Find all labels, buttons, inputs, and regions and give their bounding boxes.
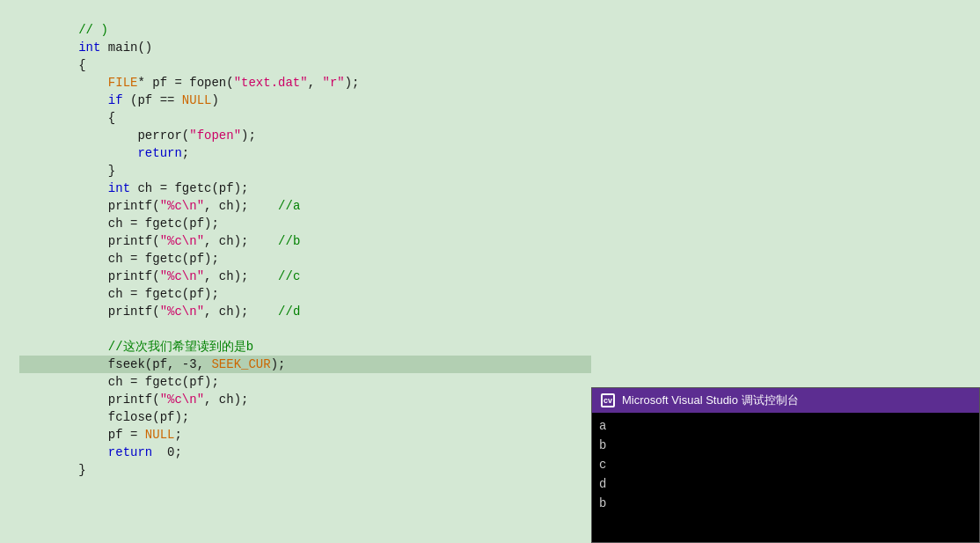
token-null: NULL (182, 93, 212, 107)
token: printf( (78, 234, 159, 248)
code-line-19: //这次我们希望读到的是b (19, 320, 591, 338)
token: fclose(pf); (78, 410, 189, 424)
token: ch = fgetc(pf); (78, 252, 219, 266)
token-keyword: int (78, 40, 100, 55)
token: ch = fgetc(pf); (78, 216, 219, 231)
token: fseek(pf, -3, (78, 357, 211, 371)
token-str: "%c\n" (160, 393, 204, 407)
token: ch = fgetc(pf); (78, 375, 219, 389)
token-keyword: int (108, 181, 130, 195)
token: ch = fgetc(pf); (130, 181, 248, 195)
token: ); (241, 128, 256, 143)
token-str: "fopen" (189, 128, 241, 143)
token: ); (271, 357, 286, 371)
debug-output-b: b (599, 436, 972, 455)
token: 0; (152, 445, 182, 459)
code-line-1: // ) (19, 4, 591, 21)
token: (pf == (123, 93, 182, 107)
token-str: "%c\n" (160, 234, 204, 248)
token: , (308, 76, 323, 90)
token: } (78, 463, 85, 477)
token: ; (182, 146, 189, 160)
token (78, 146, 137, 160)
token: , ch); (204, 269, 278, 283)
token-str: "%c\n" (160, 305, 204, 319)
token: printf( (78, 305, 159, 319)
vs-icon: cv (601, 393, 615, 407)
token (78, 93, 108, 107)
token-cmt: //d (278, 305, 300, 319)
token-str: "text.dat" (234, 76, 308, 90)
token: ); (345, 76, 360, 90)
token: { (78, 111, 115, 125)
token: ch = fgetc(pf); (78, 287, 219, 301)
token: { (78, 58, 85, 72)
token-cmt: //这次我们希望读到的是b (78, 340, 253, 354)
token: , ch); (204, 234, 278, 248)
token-cmt: //a (278, 199, 300, 213)
debug-title-bar: cv Microsoft Visual Studio 调试控制台 (592, 388, 979, 413)
debug-title: Microsoft Visual Studio 调试控制台 (622, 393, 799, 408)
token-cmt: //c (278, 269, 300, 283)
debug-output-c: c (599, 455, 972, 474)
token-cmt: //b (278, 234, 300, 248)
token: perror( (78, 128, 189, 143)
debug-output-d: d (599, 474, 972, 494)
token: } (78, 164, 115, 178)
token: * pf = fopen( (137, 76, 233, 90)
token-keyword: return (137, 146, 181, 160)
token-null: NULL (145, 428, 175, 442)
token-str: "%c\n" (160, 199, 204, 213)
token-type: FILE (108, 76, 138, 90)
editor-area: // ) int main() { FILE* pf = fopen("text… (0, 0, 980, 543)
token-keyword: if (108, 93, 123, 107)
token: , ch); (204, 393, 248, 407)
token: printf( (78, 199, 159, 213)
token: ) (211, 93, 218, 107)
debug-output-a: a (599, 416, 972, 436)
token: ; (174, 428, 181, 442)
token: main() (100, 40, 152, 55)
debug-output-b2: b (599, 494, 972, 513)
token (78, 181, 108, 195)
token-keyword: return (108, 445, 152, 459)
token: printf( (78, 393, 159, 407)
token (78, 445, 108, 459)
token: , ch); (204, 305, 278, 319)
debug-console[interactable]: cv Microsoft Visual Studio 调试控制台 a b c d… (591, 387, 980, 543)
token-const: SEEK_CUR (211, 357, 270, 371)
code-lines: // ) int main() { FILE* pf = fopen("text… (12, 4, 598, 461)
code-editor: // ) int main() { FILE* pf = fopen("text… (0, 0, 598, 543)
token: , ch); (204, 199, 278, 213)
token: pf = (78, 428, 145, 442)
token: printf( (78, 269, 159, 283)
code-line-4: FILE* pf = fopen("text.dat", "r"); (19, 56, 591, 74)
token (78, 76, 108, 90)
token-str: "%c\n" (160, 269, 204, 283)
token-str: "r" (322, 76, 344, 90)
token: // ) (78, 23, 108, 37)
debug-output: a b c d b (592, 413, 979, 542)
